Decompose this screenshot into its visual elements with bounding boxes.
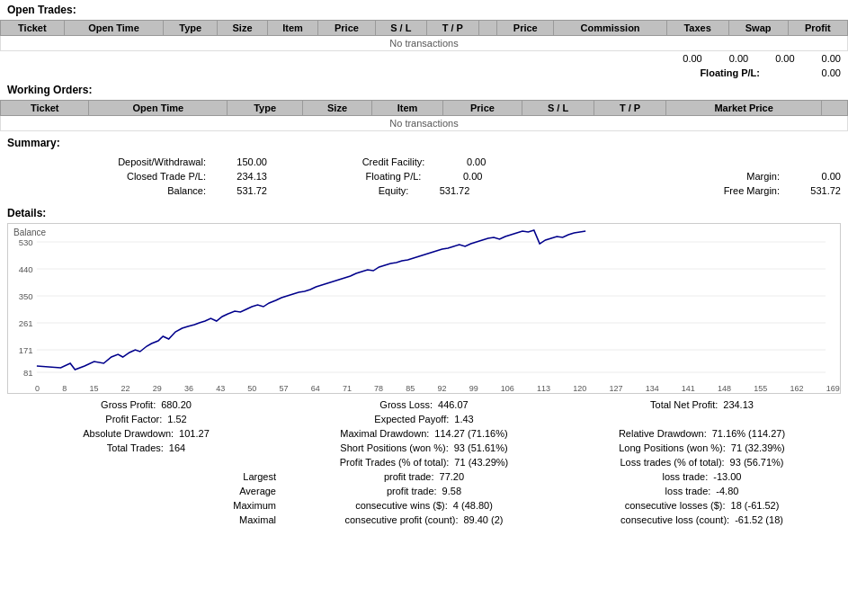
max-consec-profit-label: consecutive profit (count): <box>345 514 459 525</box>
col-profit: Profit <box>788 21 847 36</box>
total-col2: 0.00 <box>729 53 748 64</box>
total-col1: 0.00 <box>683 53 701 64</box>
svg-text:530: 530 <box>19 238 33 247</box>
total-net-profit-label: Total Net Profit: <box>650 399 718 410</box>
maximal-drawdown-label: Maximal Drawdown: <box>340 428 429 439</box>
max-consec-profit-value: 89.40 (2) <box>463 514 503 525</box>
relative-drawdown-value: 71.16% (114.27) <box>712 428 785 439</box>
short-positions-value: 93 (51.61%) <box>454 442 508 453</box>
closed-trade-label: Closed Trade P/L: <box>127 171 206 182</box>
balance-chart: Balance 530 440 350 261 171 81 081522293… <box>7 223 841 394</box>
col-swap: Swap <box>728 21 788 36</box>
credit-label: Credit Facility: <box>362 156 425 167</box>
average-profit-label: profit trade: <box>387 486 437 496</box>
floating-pl-value: 0.00 <box>796 67 841 78</box>
total-net-profit-value: 234.13 <box>723 399 754 410</box>
working-orders-table: Ticket Open Time Type Size Item Price S … <box>0 100 848 131</box>
total-trades-label: Total Trades: <box>107 442 164 453</box>
floating-value: 0.00 <box>428 171 482 182</box>
floating-label: Floating P/L: <box>366 171 422 182</box>
average-loss-label: loss trade: <box>665 486 711 496</box>
profit-trades-value: 71 (43.29%) <box>454 457 508 468</box>
deposit-label: Deposit/Withdrawal: <box>118 156 206 167</box>
largest-profit-value: 77.20 <box>440 471 465 482</box>
working-orders-section: Working Orders: Ticket Open Time Type Si… <box>0 80 848 131</box>
long-positions-label: Long Positions (won %): <box>619 442 726 453</box>
wo-col-empty <box>822 101 848 116</box>
maximal-drawdown-value: 114.27 (71.16%) <box>434 428 507 439</box>
free-margin-value: 531.72 <box>787 185 841 196</box>
maximal-label: Maximal <box>239 514 276 525</box>
wo-col-sl: S / L <box>522 101 594 116</box>
credit-value: 0.00 <box>432 156 486 167</box>
summary-title: Summary: <box>7 137 841 149</box>
max-consec-losses-value: 18 (-61.52) <box>731 500 780 511</box>
wo-col-open-time: Open Time <box>89 101 228 116</box>
gross-profit-label: Gross Profit: <box>101 399 156 410</box>
max-consec-losses-label: consecutive losses ($): <box>625 500 726 511</box>
relative-drawdown-label: Relative Drawdown: <box>619 428 707 439</box>
expected-payoff-value: 1.43 <box>454 414 473 424</box>
svg-text:81: 81 <box>23 369 33 378</box>
average-profit-value: 9.58 <box>442 486 461 496</box>
average-loss-value: -4.80 <box>716 486 738 496</box>
total-trades-value: 164 <box>169 442 185 453</box>
open-trades-section: Open Trades: Ticket Open Time Type Size … <box>0 0 848 80</box>
col-taxes: Taxes <box>666 21 728 36</box>
average-label: Average <box>239 486 276 496</box>
wo-col-size: Size <box>302 101 371 116</box>
balance-chart-svg: 530 440 350 261 171 81 <box>8 224 840 395</box>
col-tp: T / P <box>427 21 478 36</box>
largest-loss-value: -13.00 <box>713 471 741 482</box>
col-type: Type <box>164 21 218 36</box>
svg-text:261: 261 <box>19 319 33 328</box>
col-sl: S / L <box>375 21 426 36</box>
open-trades-table: Ticket Open Time Type Size Item Price S … <box>0 20 848 51</box>
total-col4: 0.00 <box>822 53 841 64</box>
working-orders-no-transactions: No transactions <box>1 116 848 131</box>
largest-loss-label: loss trade: <box>663 471 709 482</box>
wo-col-price: Price <box>442 101 522 116</box>
details-title: Details: <box>7 207 841 219</box>
col-ticket: Ticket <box>1 21 65 36</box>
wo-col-item: Item <box>372 101 443 116</box>
deposit-value: 150.00 <box>213 156 267 167</box>
total-col3: 0.00 <box>775 53 794 64</box>
wo-col-ticket: Ticket <box>1 101 89 116</box>
col-item: Item <box>267 21 318 36</box>
open-trades-title: Open Trades: <box>0 0 848 20</box>
floating-pl-label: Floating P/L: <box>700 67 760 78</box>
svg-text:440: 440 <box>19 265 33 274</box>
gross-loss-label: Gross Loss: <box>379 399 433 410</box>
working-orders-title: Working Orders: <box>0 80 848 100</box>
free-margin-label: Free Margin: <box>724 185 780 196</box>
col-price2: Price <box>497 21 554 36</box>
short-positions-label: Short Positions (won %): <box>340 442 448 453</box>
wo-col-tp: T / P <box>594 101 666 116</box>
max-consec-wins-value: 4 (48.80) <box>453 500 493 511</box>
closed-trade-value: 234.13 <box>213 171 267 182</box>
loss-trades-label: Loss trades (% of total): <box>620 457 724 468</box>
svg-text:350: 350 <box>19 292 33 301</box>
max-consec-loss-value: -61.52 (18) <box>735 514 783 525</box>
profit-factor-value: 1.52 <box>167 414 186 424</box>
profit-trades-label: Profit Trades (% of total): <box>340 457 450 468</box>
maximum-label: Maximum <box>233 500 276 511</box>
stats-container: Gross Profit: 680.20 Gross Loss: 446.07 … <box>7 397 841 527</box>
expected-payoff-label: Expected Payoff: <box>374 414 449 424</box>
loss-trades-value: 93 (56.71%) <box>730 457 784 468</box>
col-open-time: Open Time <box>64 21 163 36</box>
details-section: Details: Balance 530 440 350 261 171 81 … <box>0 203 848 531</box>
summary-section: Summary: Deposit/Withdrawal: 150.00 Cred… <box>0 131 848 203</box>
col-commission: Commission <box>554 21 666 36</box>
margin-label: Margin: <box>746 171 780 182</box>
col-empty <box>478 21 497 36</box>
wo-col-type: Type <box>228 101 303 116</box>
margin-value: 0.00 <box>787 171 841 182</box>
long-positions-value: 71 (32.39%) <box>731 442 785 453</box>
max-consec-loss-label: consecutive loss (count): <box>620 514 729 525</box>
floating-pl-row: Floating P/L: 0.00 <box>0 66 848 80</box>
open-trades-no-transactions: No transactions <box>1 36 848 51</box>
largest-profit-label: profit trade: <box>384 471 434 482</box>
gross-loss-value: 446.07 <box>438 399 469 410</box>
